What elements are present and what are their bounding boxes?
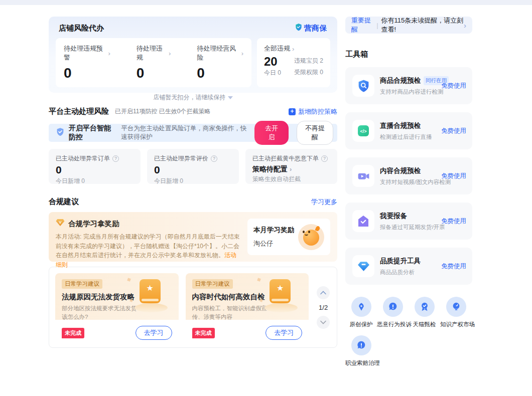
- tao-doll-mascot: [298, 224, 324, 250]
- quick-link-label: 原创保护: [345, 321, 377, 328]
- go-learn-button[interactable]: 去学习: [265, 326, 302, 340]
- stat-pending-violation[interactable]: 待处理违规› 0: [137, 44, 171, 81]
- platform-section-meta: 已开启11项防控 已生效0个拦截策略: [115, 107, 210, 116]
- violation-breakdown: 违规宝贝 2 受限权限 0: [294, 55, 323, 78]
- shop-risk-title: 店铺风险代办: [59, 24, 104, 33]
- metric-sub: 今日新增 0: [154, 177, 232, 185]
- learn-more-link[interactable]: 学习更多: [311, 197, 337, 207]
- svg-text:V: V: [59, 220, 62, 225]
- tool-live-precheck[interactable]: </> 直播合规预检 检测通过后进行直播 免费使用: [345, 112, 472, 149]
- free-use-link[interactable]: 免费使用: [441, 262, 466, 271]
- reward-body-text: 本月活动: 完成当月所有合规建议的学习（即自然月月底最后一天结束前没有未完成的学…: [56, 233, 240, 259]
- alert-prefix: 重要提醒: [351, 16, 373, 34]
- chevron-right-icon: ›: [241, 50, 243, 57]
- triangle-down-icon: [228, 96, 233, 99]
- help-icon[interactable]: ?: [211, 155, 217, 162]
- quick-link-malicious-complaint[interactable]: 恶意行为投诉: [377, 297, 409, 328]
- tool-report[interactable]: 我要报备 报备通过可延期发货/开票 免费使用: [345, 203, 472, 240]
- help-icon[interactable]: ?: [112, 155, 119, 162]
- card-pager: 1/2: [316, 273, 331, 341]
- quick-link-label: 职业索赔治理: [345, 359, 377, 367]
- dismiss-button[interactable]: 不再提醒: [297, 121, 333, 145]
- metric-abnormal-orders: 已主动处理异常订单? 0 今日新增 0: [49, 149, 141, 184]
- help-icon[interactable]: ?: [321, 155, 328, 162]
- score-status-toggle[interactable]: 店铺暂无扣分，请继续保持: [56, 93, 330, 102]
- card-tag: 日常学习建议: [192, 279, 233, 289]
- free-use-link[interactable]: 免费使用: [441, 82, 466, 90]
- tool-name: 内容合规预检: [380, 166, 421, 175]
- live-code-icon: </>: [352, 120, 374, 142]
- tool-desc: 报备通过可延期发货/开票: [380, 224, 436, 231]
- book-shadow: [135, 303, 168, 312]
- violation-items-value: 2: [320, 57, 323, 64]
- card-tag: 日常学习建议: [62, 279, 102, 289]
- add-strategy-link[interactable]: + 新增防控策略: [289, 107, 337, 116]
- quick-link-original-protection[interactable]: 原创保护: [345, 297, 377, 328]
- quick-link-label: 天猫甄检: [409, 321, 440, 328]
- pager-indicator: 1/2: [319, 304, 328, 311]
- quick-link-tmall-inspection[interactable]: 天猫甄检: [409, 297, 440, 328]
- shield-logo-icon: [295, 23, 303, 33]
- violation-items-label: 违规宝贝: [294, 57, 318, 64]
- all-violations-box[interactable]: 全部违规› 20 今日 0 违规宝贝 2 受限权限 0: [257, 38, 330, 87]
- book-icon: ★: [140, 279, 161, 303]
- tool-product-precheck[interactable]: 商品合规预检 同行在用 支持对商品内容进行检测 免费使用: [345, 67, 472, 104]
- configure-strategy-link[interactable]: 策略待配置 ›: [252, 165, 330, 174]
- restricted-perms-value: 0: [320, 69, 323, 76]
- medal-icon: [415, 297, 435, 317]
- book-icon: ★: [270, 279, 291, 303]
- top-strip: [0, 0, 532, 5]
- pager-up-button[interactable]: [317, 286, 330, 299]
- free-use-link[interactable]: 免费使用: [441, 217, 466, 226]
- banner-desc: 平台为您主动处置风险订单，商家免操作，快速获得保护: [121, 124, 250, 141]
- stat-value: 0: [197, 65, 243, 81]
- go-learn-button[interactable]: 去学习: [136, 326, 172, 340]
- metric-value: 0: [56, 164, 134, 176]
- restricted-perms-label: 受限权限: [294, 69, 318, 76]
- learning-card[interactable]: 日常学习建议 内容时代如何高效自检 内容预检工，智能识别虚假宣传、涉黄等内容 ★…: [186, 273, 309, 341]
- alert-text: 你有115条未读提醒，请立刻查看!: [381, 16, 464, 34]
- enable-button[interactable]: 去开启: [254, 121, 289, 145]
- platform-section-title: 平台主动处理风险: [49, 107, 109, 116]
- claim-icon: [351, 335, 371, 355]
- gem-v-icon: V: [56, 219, 65, 229]
- reward-banner: V 合规学习拿奖励 本月活动: 完成当月所有合规建议的学习（即自然月月底最后一天…: [49, 212, 337, 262]
- star-icon: ★: [140, 283, 161, 293]
- important-alert[interactable]: 重要提醒 | 你有115条未读提醒，请立刻查看! ›: [345, 17, 472, 34]
- learning-card[interactable]: 日常学习建议 法规原因无法发货攻略 部分地区按法规要求无法发货该怎么办? ★ 未…: [55, 273, 179, 341]
- platform-metrics-row: 已主动处理异常订单? 0 今日新增 0 已主动处理异常评价? 0 今日新增 0 …: [49, 149, 337, 184]
- free-use-link[interactable]: 免费使用: [441, 172, 466, 180]
- bulb-icon: [446, 297, 466, 317]
- toolbox-title: 工具箱: [345, 50, 472, 59]
- metric-title: 已主动处理异常评价: [154, 154, 208, 163]
- learning-cards-container: 日常学习建议 法规原因无法发货攻略 部分地区按法规要求无法发货该怎么办? ★ 未…: [49, 267, 337, 348]
- metric-value: 0: [154, 164, 232, 176]
- metric-scalper-block: 已主动拦截黄牛恶意下单? 策略待配置 › 策略生效自动拦截: [245, 149, 337, 184]
- tool-quality[interactable]: 品质提升工具 商品品质分析 免费使用: [345, 248, 472, 285]
- free-use-link[interactable]: 免费使用: [441, 127, 466, 135]
- complaint-icon: [383, 297, 403, 317]
- chevron-right-icon: ›: [464, 21, 466, 30]
- quick-link-ip-market[interactable]: 知识产权市场: [440, 297, 472, 328]
- stat-pending-operation-risk[interactable]: 待处理经营风险› 0: [197, 44, 243, 81]
- alert-divider: |: [376, 22, 378, 29]
- status-badge: 未完成: [192, 328, 215, 338]
- side-column: 重要提醒 | 你有115条未读提醒，请立刻查看! › 工具箱 商品合规预检 同行…: [345, 17, 472, 374]
- stat-pending-warning[interactable]: 待处理违规预警› 0: [64, 44, 110, 81]
- main-column: 店铺风险代办 营商保 待处理违规: [49, 17, 337, 374]
- shield-search-icon: [352, 75, 374, 97]
- reward-title: 合规学习拿奖励: [68, 219, 119, 229]
- quick-link-claim-governance[interactable]: 职业索赔治理: [345, 335, 377, 367]
- advice-section-title: 合规建议: [49, 197, 79, 207]
- metric-abnormal-reviews: 已主动处理异常评价? 0 今日新增 0: [147, 149, 239, 184]
- tool-desc: 检测通过后进行直播: [380, 133, 436, 141]
- tool-content-precheck[interactable]: 内容合规预检 支持对短视频/图文内容检测 免费使用: [345, 157, 472, 194]
- chevron-right-icon: ›: [290, 165, 292, 173]
- all-violations-count: 20 今日 0: [264, 55, 281, 78]
- logo-text: 营商保: [304, 24, 328, 33]
- card-desc: 部分地区按法规要求无法发货该怎么办?: [62, 304, 137, 321]
- banner-title: 开启平台智能防控: [69, 124, 115, 142]
- pager-down-button[interactable]: [317, 316, 330, 329]
- status-badge: 未完成: [62, 328, 84, 338]
- quick-links-grid: 原创保护 恶意行为投诉: [345, 297, 472, 374]
